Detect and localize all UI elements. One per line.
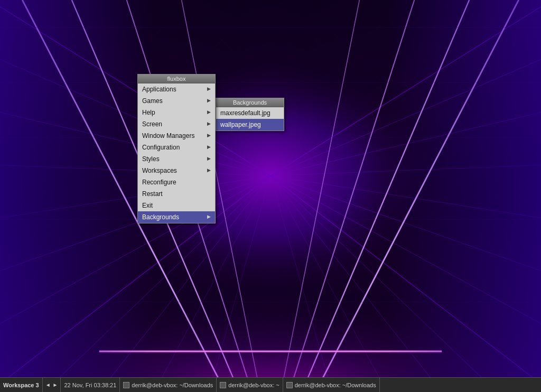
menu-item-games[interactable]: Games ▶	[138, 95, 215, 107]
menu-item-label: Applications	[142, 85, 176, 94]
menu-item-backgrounds[interactable]: Backgrounds ▶	[138, 211, 215, 223]
menu-item-screen[interactable]: Screen ▶	[138, 118, 215, 130]
menu-item-label: Exit	[142, 201, 153, 210]
tunnel-svg	[0, 0, 541, 392]
menu-item-applications[interactable]: Applications ▶	[138, 83, 215, 95]
submenu-arrow-help: ▶	[207, 109, 211, 116]
menu-item-label: Workspaces	[142, 166, 177, 175]
taskbar: Workspace 3 ◄ ► 22 Nov, Fri 03:38:21 der…	[0, 377, 541, 392]
submenu-container: Backgrounds maxresdefault.jpg wallpaper.…	[216, 98, 284, 131]
submenu-arrow-applications: ▶	[207, 86, 211, 93]
menu-item-label: Screen	[142, 119, 162, 129]
fluxbox-menu: fluxbox Applications ▶ Games ▶ Help ▶ Sc…	[137, 74, 216, 223]
menu-item-label: Reconfigure	[142, 178, 176, 187]
workspace-arrow-right[interactable]: ►	[52, 382, 59, 388]
menu-item-label: Games	[142, 96, 163, 106]
submenu-item-wallpaper[interactable]: wallpaper.jpeg	[216, 119, 284, 130]
window-label-1: derrik@deb-vbox: ~/Downloads	[132, 382, 213, 388]
window-icon-2	[220, 382, 226, 388]
menu-item-styles[interactable]: Styles ▶	[138, 153, 215, 165]
desktop-background	[0, 0, 541, 392]
submenu-item-label: maxresdefault.jpg	[220, 108, 270, 118]
menu-item-exit[interactable]: Exit	[138, 200, 215, 211]
taskbar-windows: derrik@deb-vbox: ~/Downloads derrik@deb-…	[120, 378, 541, 392]
menu-item-label: Configuration	[142, 143, 180, 152]
datetime-display: 22 Nov, Fri 03:38:21	[64, 382, 116, 388]
submenu-arrow-window-managers: ▶	[207, 132, 211, 139]
menu-item-configuration[interactable]: Configuration ▶	[138, 142, 215, 153]
taskbar-workspace[interactable]: Workspace 3	[0, 378, 43, 392]
submenu-item-maxresdefault[interactable]: maxresdefault.jpg	[216, 107, 284, 119]
submenu-arrow-styles: ▶	[207, 155, 211, 163]
submenu-arrow-configuration: ▶	[207, 144, 211, 151]
menu-title: fluxbox	[138, 74, 215, 83]
submenu-title: Backgrounds	[216, 98, 284, 107]
menu-item-label: Backgrounds	[142, 212, 179, 222]
svg-rect-46	[0, 0, 154, 392]
submenu-arrow-backgrounds: ▶	[207, 213, 211, 221]
menu-item-reconfigure[interactable]: Reconfigure	[138, 176, 215, 188]
taskbar-arrows: ◄ ►	[43, 378, 61, 392]
workspace-arrow-left[interactable]: ◄	[45, 382, 51, 388]
main-menu-container: fluxbox Applications ▶ Games ▶ Help ▶ Sc…	[137, 74, 216, 223]
taskbar-clock: 22 Nov, Fri 03:38:21	[61, 378, 120, 392]
window-label-3: derrik@deb-vbox: ~/Downloads	[295, 382, 376, 388]
menu-item-label: Window Managers	[142, 131, 194, 141]
workspace-label: Workspace 3	[3, 382, 39, 388]
menu-item-label: Restart	[142, 189, 163, 199]
window-icon-1	[123, 382, 129, 388]
menu-item-label: Help	[142, 108, 155, 117]
submenu-arrow-games: ▶	[207, 97, 211, 105]
menu-item-window-managers[interactable]: Window Managers ▶	[138, 130, 215, 142]
svg-rect-47	[387, 0, 541, 392]
submenu-arrow-workspaces: ▶	[207, 167, 211, 174]
taskbar-window-1[interactable]: derrik@deb-vbox: ~/Downloads	[120, 378, 217, 392]
backgrounds-submenu: Backgrounds maxresdefault.jpg wallpaper.…	[216, 98, 284, 131]
window-label-2: derrik@deb-vbox: ~	[228, 382, 279, 388]
taskbar-window-3[interactable]: derrik@deb-vbox: ~/Downloads	[283, 378, 380, 392]
submenu-arrow-screen: ▶	[207, 120, 211, 128]
menu-item-restart[interactable]: Restart	[138, 188, 215, 200]
menu-item-label: Styles	[142, 154, 160, 164]
window-icon-3	[286, 382, 293, 388]
menu-item-workspaces[interactable]: Workspaces ▶	[138, 165, 215, 176]
submenu-item-label: wallpaper.jpeg	[220, 120, 261, 129]
taskbar-window-2[interactable]: derrik@deb-vbox: ~	[217, 378, 283, 392]
menu-item-help[interactable]: Help ▶	[138, 107, 215, 118]
